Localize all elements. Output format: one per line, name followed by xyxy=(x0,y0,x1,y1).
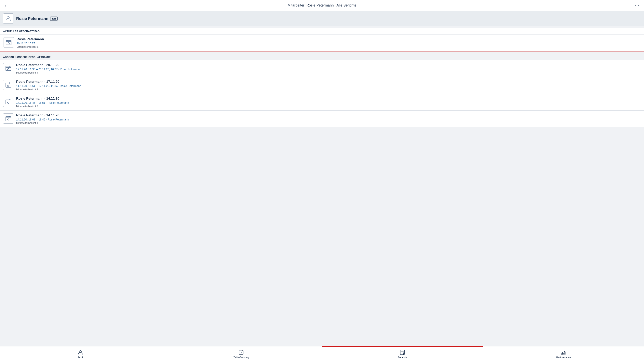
more-button[interactable]: ··· xyxy=(632,3,639,8)
main-content: AKTUELLER GESCHÄFTSTAG Rosie Petermann 2… xyxy=(0,26,644,346)
chart-icon xyxy=(561,349,566,355)
page-title: Mitarbeiter: Rosie Petermann · Alle Beri… xyxy=(12,3,632,8)
calendar-money-icon-3 xyxy=(5,115,12,122)
closed-report-date-3: 14.11.20, 18:09 – 18:45 · Rosie Peterman… xyxy=(16,118,641,121)
closed-report-title-1: Rosie Petermann · 17.11.20 xyxy=(16,80,641,84)
closed-report-sub-0: Mitarbeiterbericht 4 xyxy=(16,71,641,74)
closed-report-date-2: 14.11.20, 18:45 – 18:51 · Rosie Peterman… xyxy=(16,101,641,104)
closed-report-date-0: 17.11.20, 11:36 – 20.11.20, 16:27 · Rosi… xyxy=(16,68,641,71)
current-report-sub: Mitarbeiterbericht 5 xyxy=(16,45,640,48)
closed-report-date-1: 14.11.20, 18:54 – 17.11.20, 11:34 · Rosi… xyxy=(16,84,641,88)
clock-icon xyxy=(238,349,244,355)
profile-name: Rosie Petermann Ich xyxy=(16,16,58,21)
ich-badge: Ich xyxy=(50,17,58,21)
bottom-nav: Profil Zeiterfassung Berichte xyxy=(0,346,644,362)
back-button[interactable]: ‹ xyxy=(5,3,12,8)
person-icon xyxy=(78,349,83,355)
calendar-money-icon xyxy=(6,39,12,46)
closed-report-card-3[interactable]: Rosie Petermann · 14.11.20 14.11.20, 18:… xyxy=(0,110,644,127)
avatar xyxy=(3,14,14,24)
nav-label-zeiterfassung: Zeiterfassung xyxy=(234,356,249,359)
nav-item-performance[interactable]: Performance xyxy=(483,346,644,362)
closed-report-icon-0 xyxy=(3,63,14,73)
person-avatar-icon xyxy=(5,15,12,22)
nav-item-profil[interactable]: Profil xyxy=(0,346,161,362)
closed-report-info-2: Rosie Petermann · 14.11.20 14.11.20, 18:… xyxy=(16,97,641,108)
reports-icon xyxy=(400,349,405,355)
closed-report-title-2: Rosie Petermann · 14.11.20 xyxy=(16,97,641,101)
calendar-money-icon-0 xyxy=(5,65,12,71)
closed-report-sub-2: Mitarbeiterbericht 2 xyxy=(16,105,641,108)
closed-section: ABGESCHLOSSENE GESCHÄFTSTAGE Rosie Pe xyxy=(0,53,644,127)
svg-rect-42 xyxy=(400,350,404,355)
svg-rect-50 xyxy=(562,353,564,354)
closed-report-card-2[interactable]: Rosie Petermann · 14.11.20 14.11.20, 18:… xyxy=(0,94,644,110)
current-report-title: Rosie Petermann xyxy=(16,37,640,41)
calendar-money-icon-2 xyxy=(5,99,12,105)
current-report-info: Rosie Petermann 20.11.20 16:27 Mitarbeit… xyxy=(16,37,640,48)
svg-point-0 xyxy=(7,16,10,19)
nav-item-zeiterfassung[interactable]: Zeiterfassung xyxy=(161,346,322,362)
closed-report-info-1: Rosie Petermann · 17.11.20 14.11.20, 18:… xyxy=(16,80,641,91)
svg-rect-51 xyxy=(564,353,564,354)
svg-rect-49 xyxy=(562,354,562,354)
current-report-card[interactable]: Rosie Petermann 20.11.20 16:27 Mitarbeit… xyxy=(0,34,644,51)
closed-cards: Rosie Petermann · 20.11.20 17.11.20, 11:… xyxy=(0,60,644,127)
current-day-section: AKTUELLER GESCHÄFTSTAG Rosie Petermann 2… xyxy=(0,28,644,52)
closed-section-label: ABGESCHLOSSENE GESCHÄFTSTAGE xyxy=(0,53,644,60)
profile-bar: Rosie Petermann Ich xyxy=(0,11,644,26)
current-report-icon xyxy=(4,37,14,48)
closed-report-sub-3: Mitarbeiterbericht 1 xyxy=(16,121,641,124)
nav-label-berichte: Berichte xyxy=(398,356,407,359)
nav-label-performance: Performance xyxy=(556,356,571,359)
current-section-label: AKTUELLER GESCHÄFTSTAG xyxy=(0,28,644,34)
closed-report-card-0[interactable]: Rosie Petermann · 20.11.20 17.11.20, 11:… xyxy=(0,60,644,77)
nav-label-profil: Profil xyxy=(78,356,83,359)
svg-point-36 xyxy=(80,350,82,352)
closed-report-title-0: Rosie Petermann · 20.11.20 xyxy=(16,63,641,67)
closed-report-sub-1: Mitarbeiterbericht 3 xyxy=(16,88,641,91)
calendar-money-icon-1 xyxy=(5,82,12,88)
closed-report-title-3: Rosie Petermann · 14.11.20 xyxy=(16,113,641,117)
current-report-date: 20.11.20 16:27 xyxy=(16,42,640,45)
closed-report-icon-3 xyxy=(3,113,14,124)
header: ‹ Mitarbeiter: Rosie Petermann · Alle Be… xyxy=(0,0,644,11)
svg-rect-52 xyxy=(564,352,565,354)
closed-report-icon-1 xyxy=(3,80,14,90)
closed-report-info-0: Rosie Petermann · 20.11.20 17.11.20, 11:… xyxy=(16,63,641,74)
closed-report-info-3: Rosie Petermann · 14.11.20 14.11.20, 18:… xyxy=(16,113,641,124)
nav-item-berichte[interactable]: Berichte xyxy=(322,346,483,362)
closed-report-card-1[interactable]: Rosie Petermann · 17.11.20 14.11.20, 18:… xyxy=(0,77,644,94)
closed-report-icon-2 xyxy=(3,97,14,107)
